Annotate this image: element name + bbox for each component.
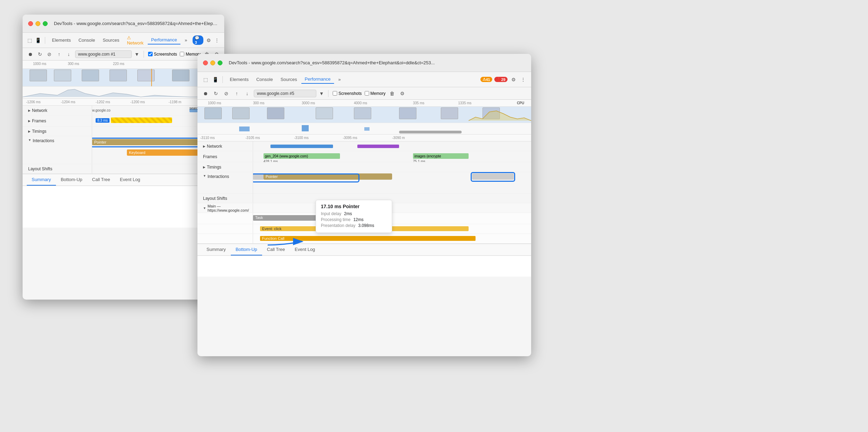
screenshots-check-1[interactable]: Screenshots [148,52,177,57]
download-icon-1[interactable]: ↓ [65,50,72,58]
tab-performance-2[interactable]: Performance [301,75,334,84]
tab-calltree-1[interactable]: Call Tree [87,174,115,186]
tab-performance-1[interactable]: Performance [148,36,180,44]
track-network-1: ▶ Network w.google.co search (ww [23,106,224,115]
screenshots-check-2[interactable]: Screenshots [333,91,362,96]
frames-bar-gen204: gen_204 (www.google.com) [263,153,340,159]
download-icon-2[interactable]: ↓ [243,90,251,97]
memory-checkbox-2[interactable] [365,91,369,96]
track-label-timings-2: ▶ Timings [197,162,253,172]
maximize-button-1[interactable] [43,21,48,26]
track-label-network-1: ▶ Network [23,106,92,115]
expand-timings-1[interactable]: ▶ [28,130,31,133]
tab-sources-2[interactable]: Sources [277,75,301,83]
tab-bottomup-1[interactable]: Bottom-Up [56,174,87,186]
tab-console-1[interactable]: Console [75,36,99,44]
tab-bottomup-2[interactable]: Bottom-Up [231,244,262,255]
bottom-panel-1: Summary Bottom-Up Call Tree Event Log [23,174,224,228]
track-layout-shifts-1: Layout Shifts [23,164,224,174]
mobile-icon-2[interactable]: 📱 [211,76,219,83]
inspect-icon[interactable]: ⬚ [27,36,33,44]
track-content-timings-2 [253,162,531,172]
bottom-content-2 [197,256,531,277]
record-icon-2[interactable]: ⏺ [202,90,209,97]
tab-summary-1[interactable]: Summary [27,174,56,186]
tooltip-title-2: 17.10 ms Pointer [321,204,387,209]
tab-eventlog-2[interactable]: Event Log [290,244,320,255]
screenshot-thumb-6 [172,70,189,81]
screenshot-thumb-2-7 [441,107,458,119]
timeline-overview-2: 1000 ms 300 ms 3000 ms 4000 ms 335 ms 13… [197,100,531,135]
address-input-1[interactable]: www.google.com #1 [75,50,132,58]
expand-main-2[interactable]: ▼ [203,206,206,210]
scroll-handle-2[interactable] [399,131,462,133]
pointer-bar-1[interactable]: Pointer [92,139,210,145]
tab-eventlog-1[interactable]: Event Log [115,174,145,186]
network-bar-2-2 [357,145,399,148]
memory-checkbox-1[interactable] [180,52,184,56]
expand-interactions-1[interactable]: ▼ [28,138,31,142]
upload-icon-1[interactable]: ↑ [56,50,63,58]
pointer-left-stub [253,173,263,180]
tab-elements-1[interactable]: Elements [49,36,74,44]
track-label-event-click-2 [197,224,253,234]
clear-icon-1[interactable]: ⊘ [46,50,53,58]
address-bar-1: ⏺ ↻ ⊘ ↑ ↓ www.google.com #1 ▼ Screenshot… [23,48,224,60]
bottom-tabs-1: Summary Bottom-Up Call Tree Event Log [23,174,224,186]
track-timings-1: ▶ Timings [23,127,224,136]
tab-more-2[interactable]: » [335,75,344,83]
address-input-2[interactable]: www.google.com #5 [254,90,316,97]
minimize-button-1[interactable] [35,21,40,26]
screenshot-thumb-2-1 [204,107,222,119]
track-label-interactions-1: ▼ Interactions [23,136,92,164]
tab-elements-2[interactable]: Elements [226,75,252,83]
screenshot-thumb-2 [54,70,71,81]
frames-bar-images: images (encrypte [413,153,469,159]
maximize-button-2[interactable] [218,60,222,65]
screenshots-checkbox-1[interactable] [148,52,153,56]
close-button-2[interactable] [203,60,208,65]
screenshot-thumb-2-3 [267,107,284,119]
expand-frames-1[interactable]: ▶ [28,119,31,123]
pointer-bar-2[interactable]: Pointer [263,173,392,180]
tab-calltree-2[interactable]: Call Tree [262,244,290,255]
reload-icon-1[interactable]: ↻ [36,50,43,58]
inspect-icon-2[interactable]: ⬚ [202,76,209,83]
tick-1000: 1000 ms [33,62,46,66]
record-icon-1[interactable]: ⏺ [27,50,34,58]
upload-icon-2[interactable]: ↑ [233,90,241,97]
expand-timings-2[interactable]: ▶ [203,165,205,169]
expand-network-1[interactable]: ▶ [28,109,31,112]
tab-summary-2[interactable]: Summary [202,244,231,255]
screenshots-checkbox-2[interactable] [333,91,337,96]
ruler-tick-1198: -1198 m [169,100,181,104]
settings-icon-1[interactable]: ⚙ [205,36,212,44]
address-dropdown-1[interactable]: ▼ [135,51,139,57]
close-button-1[interactable] [28,21,33,26]
more-icon-1[interactable]: ⋮ [214,36,220,44]
expand-interactions-2[interactable]: ▼ [203,174,206,178]
tab-sources-1[interactable]: Sources [99,36,123,44]
tab-more-1[interactable]: » [181,36,190,44]
expand-network-2[interactable]: ▶ [203,145,205,148]
track-label-frames-1: ▶ Frames [23,115,92,126]
track-label-frames-2: Frames [197,151,253,162]
ruler-4000ms: 4000 ms [354,101,367,105]
reload-icon-2[interactable]: ↻ [212,90,220,97]
tab-network-1[interactable]: ⚠ Network [123,34,147,47]
trash-icon-2[interactable]: 🗑 [388,90,396,97]
memory-check-2[interactable]: Memory [365,91,386,96]
settings2-icon-2[interactable]: ⚙ [399,90,406,97]
settings-icon-2[interactable]: ⚙ [510,76,517,83]
tab-console-2[interactable]: Console [253,75,276,83]
clear-icon-2[interactable]: ⊘ [222,90,230,97]
separator-1 [45,37,45,44]
pointer-right-bar [472,173,514,180]
ruler-tick-1204: -1204 ms [61,100,75,104]
mobile-icon[interactable]: 📱 [35,36,41,44]
more-icon-2[interactable]: ⋮ [519,76,527,83]
address-dropdown-2[interactable]: ▼ [319,91,324,96]
title-bar-1: DevTools - www.google.com/search?sca_esv… [23,15,224,33]
minimize-button-2[interactable] [210,60,215,65]
title-bar-2: DevTools - www.google.com/search?sca_esv… [197,54,531,72]
